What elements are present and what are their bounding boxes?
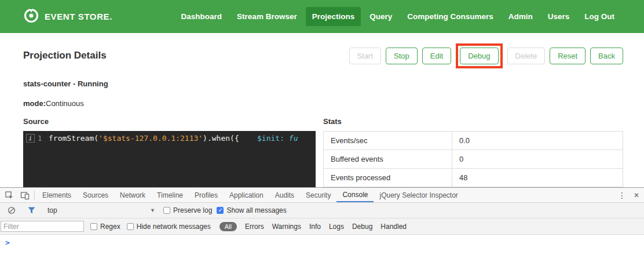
brand-name: EVENT STORE. [45,12,112,21]
stats-table-clip: Events/sec 0.0 Buffered events 0 Events … [323,131,623,191]
context-value: top [47,206,57,214]
eventstore-logo-icon [23,8,39,26]
devtools-tab-bar: Elements Sources Network Timeline Profil… [0,188,644,203]
stat-label: Events/sec [324,132,452,150]
tab-profiles[interactable]: Profiles [189,188,224,202]
toolbar-separator [34,191,35,199]
clear-console-icon[interactable] [3,206,19,214]
line-number: 1 [38,134,42,143]
source-heading: Source [23,117,316,126]
delete-button: Delete [507,48,546,64]
filter-input[interactable] [1,221,84,232]
page-title: Projection Details [23,50,107,61]
stats-heading: Stats [323,117,623,126]
show-all-messages-checkbox[interactable] [217,207,224,214]
code-seg-space [284,134,289,143]
nav-item-logout[interactable]: Log Out [578,7,621,26]
code-seg-plain: ).when({ [203,134,239,143]
reset-button[interactable]: Reset [550,48,586,64]
brand[interactable]: EVENT STORE. [23,8,112,26]
mode-value: Continuous [46,99,84,108]
devtools-tab-bar-right: ⋮ ✕ [614,188,644,202]
level-debug[interactable]: Debug [352,223,372,231]
code-seg-plain: fromStream( [49,134,98,143]
top-nav: EVENT STORE. Dashboard Stream Browser Pr… [0,0,644,33]
inspect-element-icon[interactable] [1,188,17,202]
back-button[interactable]: Back [590,48,623,64]
tab-network[interactable]: Network [114,188,151,202]
console-input-area[interactable]: > [0,235,644,254]
show-all-messages-group: Show all messages [217,206,286,214]
level-errors[interactable]: Errors [245,223,264,231]
device-toolbar-icon[interactable] [17,188,32,202]
code-line: fromStream('$stats-127.0.0.1:2113').when… [46,131,298,195]
stats-panel: Stats Events/sec 0.0 Buffered events 0 [323,117,623,195]
nav-item-query[interactable]: Query [363,7,398,26]
code-seg-keyword: fu [289,134,298,143]
code-seg-space [239,134,257,143]
level-info[interactable]: Info [309,223,321,231]
tab-security[interactable]: Security [300,188,336,202]
start-button: Start [349,48,381,64]
code-seg-string: '$stats-127.0.0.1:2113' [98,134,203,143]
close-devtools-icon[interactable]: ✕ [630,191,643,199]
log-level-filters: All Errors Warnings Info Logs Debug Hand… [219,222,407,231]
content-columns: Source i 1 fromStream('$stats-127.0.0.1:… [23,117,623,195]
more-menu-icon[interactable]: ⋮ [614,191,630,200]
level-logs[interactable]: Logs [329,223,344,231]
nav-item-projections[interactable]: Projections [306,7,361,26]
level-warnings[interactable]: Warnings [272,223,301,231]
preserve-log-group: Preserve log [163,206,212,214]
console-filter-bar: Regex Hide network messages All Errors W… [0,218,644,235]
table-row: Events/sec 0.0 [324,132,623,150]
tab-timeline[interactable]: Timeline [151,188,189,202]
chevron-down-icon: ▼ [150,207,155,213]
hide-network-label: Hide network messages [137,223,211,231]
table-row: Buffered events 0 [324,150,623,169]
tab-jquery-selector-inspector[interactable]: jQuery Selector Inspector [374,188,463,202]
nav-items: Dashboard Stream Browser Projections Que… [175,7,621,26]
projection-status: stats-counter - Running [23,79,623,88]
stop-button[interactable]: Stop [386,48,418,64]
debug-highlight-box: Debug [456,43,502,68]
tab-audits[interactable]: Audits [269,188,300,202]
nav-item-admin[interactable]: Admin [502,7,539,26]
devtools-panel: Elements Sources Network Timeline Profil… [0,187,644,255]
stat-value: 0.0 [452,132,623,150]
stat-label: Buffered events [324,150,452,169]
execution-context-selector[interactable]: top ▼ [44,205,159,216]
source-panel: Source i 1 fromStream('$stats-127.0.0.1:… [23,117,316,195]
nav-item-dashboard[interactable]: Dashboard [175,7,229,26]
stats-table: Events/sec 0.0 Buffered events 0 Events … [323,131,623,191]
mode-label: mode: [23,99,46,108]
tab-console[interactable]: Console [336,188,374,202]
action-buttons: Start Stop Edit Debug Delete Reset Back [349,43,623,68]
console-toolbar: top ▼ Preserve log Show all messages [0,203,644,218]
preserve-log-label: Preserve log [173,206,212,214]
nav-item-stream-browser[interactable]: Stream Browser [230,7,303,26]
page-header: Projection Details Start Stop Edit Debug… [23,42,623,69]
regex-group: Regex [90,223,120,231]
preserve-log-checkbox[interactable] [163,207,170,214]
table-row: Events processed 48 [324,169,623,187]
edit-button[interactable]: Edit [422,48,451,64]
level-handled[interactable]: Handled [380,223,407,231]
nav-item-competing-consumers[interactable]: Competing Consumers [401,7,500,26]
hide-network-checkbox[interactable] [127,223,134,230]
tab-sources[interactable]: Sources [77,188,114,202]
regex-checkbox[interactable] [90,223,97,230]
gutter-info-marker: i [26,134,35,143]
main-content: Projection Details Start Stop Edit Debug… [0,42,644,195]
source-code-editor[interactable]: i 1 fromStream('$stats-127.0.0.1:2113').… [23,131,316,195]
stat-value: 0 [452,150,623,169]
tab-application[interactable]: Application [224,188,269,202]
level-all[interactable]: All [219,222,237,231]
show-all-messages-label: Show all messages [226,206,286,214]
editor-gutter: i 1 [23,131,46,195]
nav-item-users[interactable]: Users [541,7,576,26]
filter-icon[interactable] [24,207,39,214]
hide-network-group: Hide network messages [127,223,211,231]
stat-label: Events processed [324,169,452,187]
tab-elements[interactable]: Elements [36,188,77,202]
debug-button[interactable]: Debug [460,48,498,64]
